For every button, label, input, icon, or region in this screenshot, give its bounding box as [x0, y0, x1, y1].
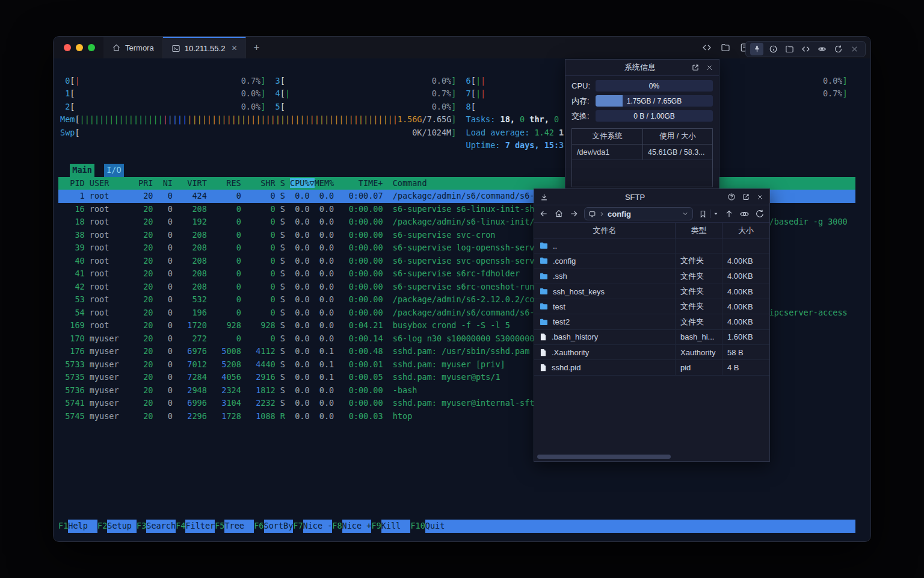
bookmark-dropdown-icon[interactable]: [713, 211, 719, 217]
fkey-f6[interactable]: F6: [254, 520, 263, 533]
fkey-label-search[interactable]: Search: [146, 520, 176, 533]
fkey-label-nice +[interactable]: Nice +: [342, 520, 372, 533]
fkey-f9[interactable]: F9: [371, 520, 381, 533]
fkey-label-quit[interactable]: Quit: [425, 520, 455, 533]
code-icon[interactable]: [702, 43, 712, 52]
fs-usage-column-header: 使用 / 大小: [643, 129, 712, 144]
tab-termora-home[interactable]: Termora: [103, 37, 163, 58]
tab-ssh-session[interactable]: 10.211.55.2 ✕: [163, 37, 247, 58]
sysinfo-label: 交换:: [571, 111, 596, 122]
folder-icon: [539, 272, 549, 281]
close-panel-icon[interactable]: [706, 64, 713, 72]
bookmark-icon[interactable]: [698, 210, 707, 219]
chevron-right-icon: [599, 211, 605, 217]
tasks-line: Tasks: 18, 0 thr, 0: [466, 113, 559, 126]
file-icon: [539, 363, 547, 372]
fkey-label-tree[interactable]: Tree: [224, 520, 254, 533]
file-row[interactable]: test2文件夹4.00KB: [534, 314, 769, 329]
show-hidden-icon[interactable]: [739, 209, 750, 219]
back-icon[interactable]: [539, 209, 549, 219]
file-row[interactable]: sshd.pidpid4 B: [534, 360, 769, 375]
file-size: 4.00KB: [722, 269, 769, 284]
cpu-meter: 3[0.0%]: [270, 75, 456, 88]
file-type: bash_hi...: [675, 330, 722, 344]
file-name: ..: [553, 241, 557, 250]
close-window-button[interactable]: [64, 44, 71, 51]
fkey-f7[interactable]: F7: [293, 520, 303, 533]
file-row[interactable]: .bash_historybash_hi...1.60KB: [534, 330, 769, 345]
help-icon[interactable]: [727, 193, 736, 201]
file-name: sshd.pid: [552, 363, 581, 372]
new-tab-button[interactable]: +: [246, 37, 266, 58]
refresh-icon[interactable]: [831, 43, 845, 55]
fkey-label-setup[interactable]: Setup: [107, 520, 137, 533]
fkey-f2[interactable]: F2: [97, 520, 107, 533]
file-name: .Xauthority: [552, 348, 589, 357]
fkey-label-sortby[interactable]: SortBy: [264, 520, 294, 533]
folder-icon: [539, 317, 549, 327]
refresh-icon[interactable]: [755, 209, 765, 219]
fkey-f8[interactable]: F8: [332, 520, 342, 533]
close-tab-icon[interactable]: ✕: [231, 44, 237, 52]
file-row[interactable]: test文件夹4.00KB: [534, 299, 769, 314]
file-row[interactable]: ..: [534, 238, 769, 253]
chevron-down-icon[interactable]: [682, 210, 689, 217]
fkey-f3[interactable]: F3: [137, 520, 146, 533]
zoom-window-button[interactable]: [88, 44, 95, 51]
sysinfo-progress-text: 0%: [596, 80, 713, 92]
htop-tab-io[interactable]: I/O: [104, 164, 124, 177]
sysinfo-progress-text: 1.75GB / 7.65GB: [596, 95, 713, 107]
home-icon[interactable]: [554, 209, 564, 219]
file-row[interactable]: .config文件夹4.00KB: [534, 253, 769, 269]
minimize-window-button[interactable]: [76, 44, 83, 51]
open-in-window-icon[interactable]: [691, 63, 700, 72]
file-type: [675, 238, 722, 253]
folder-icon: [539, 256, 549, 266]
type-column-header[interactable]: 类型: [675, 223, 722, 238]
file-size: 4.00KB: [722, 299, 769, 314]
file-name: test2: [553, 317, 570, 326]
fkey-f1[interactable]: F1: [58, 520, 68, 533]
download-icon[interactable]: [540, 193, 549, 202]
file-size: 4 B: [722, 360, 769, 374]
fkey-label-filter[interactable]: Filter: [185, 520, 215, 533]
system-info-title: 系统信息: [595, 62, 685, 73]
fkey-f4[interactable]: F4: [176, 520, 185, 533]
file-row[interactable]: .ssh文件夹4.00KB: [534, 269, 769, 284]
htop-tab-main[interactable]: Main: [70, 164, 94, 177]
folder-icon[interactable]: [721, 43, 730, 52]
file-name: .bash_history: [552, 332, 598, 341]
horizontal-scrollbar[interactable]: [537, 455, 671, 459]
filesystem-row[interactable]: /dev/vda145.61GB / 58.3...: [572, 144, 712, 160]
upload-icon[interactable]: [724, 209, 734, 219]
fkey-label-help[interactable]: Help: [68, 520, 97, 533]
side-panel-toolbar: [745, 41, 866, 57]
filename-column-header[interactable]: 文件名: [534, 225, 675, 236]
sftp-panel: SFTP config: [534, 188, 770, 462]
file-row[interactable]: ssh_host_keys文件夹4.00KB: [534, 284, 769, 299]
forward-icon[interactable]: [569, 209, 579, 219]
fkey-f10[interactable]: F10: [410, 520, 425, 533]
info-icon[interactable]: [766, 43, 780, 55]
fkey-f5[interactable]: F5: [215, 520, 224, 533]
folder-icon: [539, 302, 549, 311]
sysinfo-progress-bar: 0 B / 1.00GB: [596, 110, 713, 122]
pin-icon[interactable]: [750, 43, 763, 55]
fkey-label-kill[interactable]: Kill: [381, 520, 411, 533]
open-in-window-icon[interactable]: [742, 193, 750, 201]
ssh-tab-label: 10.211.55.2: [185, 44, 226, 53]
fkey-label-nice -[interactable]: Nice -: [303, 520, 333, 533]
sysinfo-progress-text: 0 B / 1.00GB: [596, 110, 713, 122]
path-breadcrumb[interactable]: config: [584, 207, 693, 220]
cpu-meter: 2[0.0%]: [60, 101, 265, 114]
folder-icon[interactable]: [783, 43, 796, 55]
gpu-icon[interactable]: [815, 43, 828, 55]
close-panel-icon[interactable]: [756, 193, 764, 201]
file-row[interactable]: .XauthorityXauthority58 B: [534, 345, 769, 360]
code-icon[interactable]: [799, 43, 812, 55]
close-icon[interactable]: [848, 43, 861, 55]
size-column-header[interactable]: 大小: [722, 223, 769, 238]
folder-icon: [539, 241, 549, 250]
home-tab-label: Termora: [125, 43, 154, 52]
file-name: .config: [553, 256, 576, 266]
